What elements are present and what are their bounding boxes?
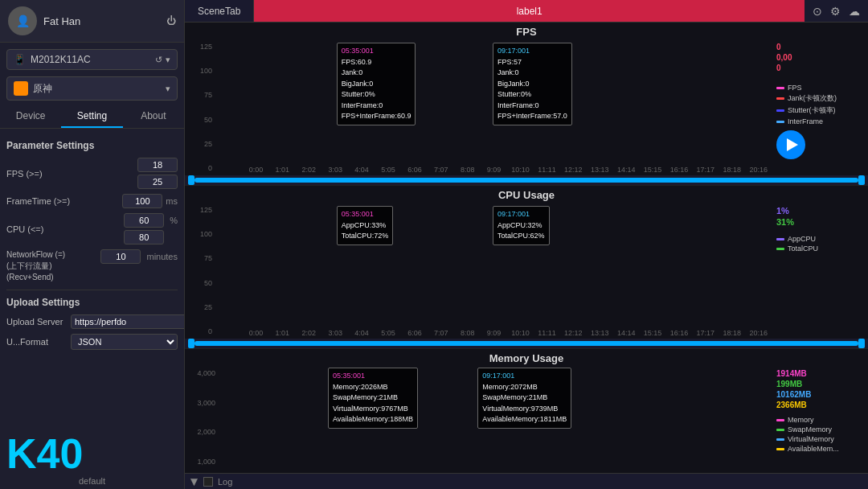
memory-annotation-2: 09:17:001 Memory:2072MB SwapMemory:21MB … <box>477 368 571 429</box>
upload-format-row: U...Format JSON <box>6 334 178 350</box>
power-icon[interactable]: ⏻ <box>166 15 176 27</box>
label1-tab[interactable]: label1 <box>254 0 805 22</box>
tab-about[interactable]: About <box>123 105 184 128</box>
memory-legend-virtual: VirtualMemory <box>776 435 863 443</box>
app-icon <box>14 81 28 96</box>
settings-icon[interactable]: ⚙ <box>830 5 841 18</box>
memory-legend-memory: Memory <box>776 416 863 424</box>
location-icon[interactable]: ⊙ <box>813 5 822 18</box>
cpu-scrollbar-right-handle[interactable] <box>858 339 865 348</box>
fps-legend-interframe-label: InterFrame <box>788 117 823 125</box>
cpu-scrollbar-left-handle[interactable] <box>188 339 194 348</box>
memory-annotation-1: 05:35:001 Memory:2026MB SwapMemory:21MB … <box>328 368 418 429</box>
device-actions: ↺ ▾ <box>155 55 170 65</box>
frametime-label: FrameTime (>=) <box>6 196 122 206</box>
tab-device[interactable]: Device <box>0 105 61 128</box>
fps-scrollbar[interactable] <box>185 175 868 185</box>
parameter-settings-title: Parameter Settings <box>6 140 178 151</box>
fps-y-axis: 125 100 75 50 25 0 <box>185 39 214 175</box>
frametime-input[interactable] <box>122 194 162 208</box>
fps-scrollbar-right-handle[interactable] <box>858 175 865 185</box>
fps-min-input[interactable] <box>137 158 178 172</box>
memory-chart-title: Memory Usage <box>185 349 868 366</box>
cpu-param-row: CPU (<=) % <box>6 213 178 244</box>
cpu-legend-totalcpu-dot <box>776 248 784 250</box>
cpu-legend-appcpu-dot <box>776 238 784 240</box>
divider <box>6 290 178 290</box>
memory-legend-memory-dot <box>776 419 784 421</box>
fps-chart-title: FPS <box>185 23 868 39</box>
upload-server-label: Upload Server <box>6 317 71 327</box>
memory-legend: 1914MB 199MB 10162MB 2366MB Memory SwapM… <box>772 366 868 473</box>
cpu-legend-appcpu: AppCPU <box>776 235 863 243</box>
networkflow-label: NetworkFlow (=)(上下行流量)(Recv+Send) <box>6 249 100 283</box>
app-chevron-icon[interactable]: ▾ <box>166 84 170 94</box>
cpu-chart-content: 05:35:001 AppCPU:33% TotalCPU:72% 09:17:… <box>214 203 772 327</box>
cpu-legend: 1% 31% AppCPU TotalCPU <box>772 203 868 339</box>
tab-setting[interactable]: Setting <box>61 105 122 128</box>
upload-settings-title: Upload Settings <box>6 297 178 308</box>
fps-chart-content: 05:35:001 FPS:60.9 Jank:0 BigJank:0 Stut… <box>214 39 772 164</box>
memory-legend-virtual-dot <box>776 438 784 441</box>
memory-chart-content: 05:35:001 Memory:2026MB SwapMemory:21MB … <box>217 366 772 473</box>
memory-chart-panel: Memory Usage 4,000 3,000 2,000 1,000 0 0… <box>185 349 868 473</box>
cpu-min-input[interactable] <box>124 213 164 228</box>
upload-server-input[interactable] <box>71 314 184 329</box>
fps-x-axis: 0:00 1:01 2:02 3:03 4:04 5:05 6:06 7:07 … <box>214 164 772 175</box>
fps-legend-fps-label: FPS <box>788 84 802 92</box>
memory-legend-swap: SwapMemory <box>776 425 863 434</box>
app-selector[interactable]: 原神 ▾ <box>6 76 178 101</box>
play-button[interactable] <box>776 130 805 159</box>
cpu-x-axis: 0:00 1:01 2:02 3:03 4:04 5:05 6:06 7:07 … <box>214 327 772 339</box>
device-icon: 📱 <box>14 54 26 65</box>
cpu-chart-panel: CPU Usage 125 100 75 50 25 0 05:35:001 A… <box>185 186 868 349</box>
scene-tab[interactable]: SceneTab <box>185 0 254 22</box>
device-chevron-icon[interactable]: ▾ <box>166 55 170 65</box>
fps-legend-jank-label: Jank(卡顿次数) <box>788 93 837 104</box>
frametime-param-row: FrameTime (>=) ms <box>6 194 178 208</box>
memory-legend-swap-label: SwapMemory <box>788 425 832 434</box>
fps-scrollbar-thumb[interactable] <box>194 178 858 183</box>
memory-legend-available-label: AvailableMem... <box>788 445 839 453</box>
cpu-annotation-2: 09:17:001 AppCPU:32% TotalCPU:62% <box>493 206 550 245</box>
cpu-scrollbar-thumb[interactable] <box>194 341 858 346</box>
fps-legend-fps-dot <box>776 87 784 89</box>
cloud-icon[interactable]: ☁ <box>849 5 860 18</box>
top-icons: ⊙ ⚙ ☁ <box>805 5 868 18</box>
cpu-max-input[interactable] <box>124 230 164 244</box>
fps-annotation-1: 05:35:001 FPS:60.9 Jank:0 BigJank:0 Stut… <box>337 43 416 125</box>
fps-max-input[interactable] <box>137 175 178 189</box>
collapse-icon[interactable]: ⯆ <box>190 477 199 487</box>
fps-legend-stutter-dot <box>776 109 784 112</box>
main-area: SceneTab label1 ⊙ ⚙ ☁ FPS 125 100 75 50 … <box>185 0 868 489</box>
bottom-bar: ⯆ Log <box>185 473 868 489</box>
cpu-scrollbar[interactable] <box>185 339 868 348</box>
charts-area: FPS 125 100 75 50 25 0 05:35:001 <box>185 23 868 473</box>
refresh-icon[interactable]: ↺ <box>155 55 162 65</box>
sidebar-content: Parameter Settings FPS (>=) FrameTime (>… <box>0 129 184 433</box>
fps-legend-jank-dot <box>776 97 784 100</box>
fps-legend-stutter-label: Stutter(卡顿率) <box>788 105 836 116</box>
fps-legend-stutter: Stutter(卡顿率) <box>776 105 863 116</box>
frametime-unit: ms <box>166 196 178 206</box>
user-name: Fat Han <box>43 15 163 27</box>
cpu-legend-totalcpu: TotalCPU <box>776 244 863 253</box>
avatar: 👤 <box>8 6 37 35</box>
memory-y-axis: 4,000 3,000 2,000 1,000 0 <box>185 366 217 473</box>
play-icon <box>787 138 798 151</box>
fps-chart-body: 125 100 75 50 25 0 05:35:001 FPS:60.9 Ja <box>185 39 868 175</box>
fps-annotation-2: 09:17:001 FPS:57 Jank:0 BigJank:0 Stutte… <box>493 43 572 125</box>
memory-legend-available: AvailableMem... <box>776 445 863 453</box>
fps-legend-interframe: InterFrame <box>776 117 863 125</box>
upload-format-label: U...Format <box>6 337 71 347</box>
upload-format-select[interactable]: JSON <box>71 334 178 350</box>
cpu-scrollbar-track[interactable] <box>194 341 858 346</box>
log-checkbox[interactable] <box>203 477 213 487</box>
fps-scrollbar-track[interactable] <box>194 178 858 183</box>
networkflow-input[interactable] <box>100 249 141 264</box>
fps-param-row: FPS (>=) <box>6 158 178 189</box>
device-name: M2012K11AC <box>31 54 155 65</box>
device-selector[interactable]: 📱 M2012K11AC ↺ ▾ <box>6 49 178 70</box>
fps-scrollbar-left-handle[interactable] <box>188 175 194 185</box>
fps-legend-fps: FPS <box>776 84 863 92</box>
